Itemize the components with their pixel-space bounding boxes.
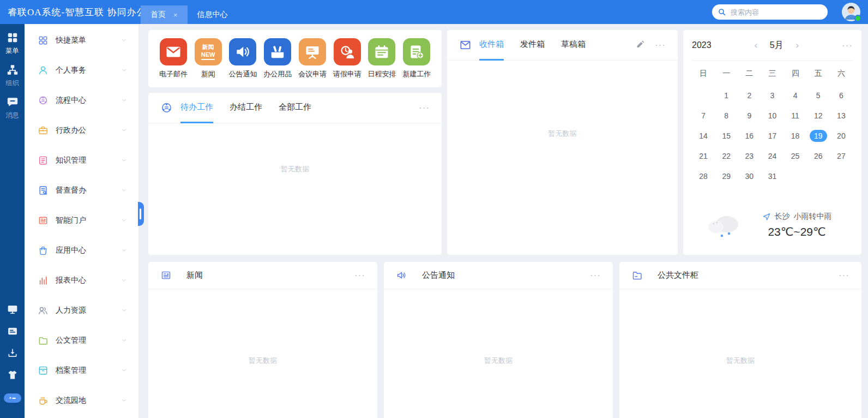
work-card: 待办工作办结工作全部工作 ··· 暂无数据: [148, 93, 442, 255]
calendar-day-19[interactable]: 19: [807, 130, 830, 142]
sidebar-item-档案管理[interactable]: 档案管理: [25, 355, 138, 385]
more-icon[interactable]: ···: [419, 103, 430, 112]
panel-公共文件柜: 公共文件柜···暂无数据: [619, 262, 861, 418]
quick-app-会议申请[interactable]: 会议申请: [295, 38, 330, 79]
sidebar-item-报表中心[interactable]: 报表中心: [25, 265, 138, 295]
chevron-down-icon: [120, 397, 128, 404]
presentation-icon: [299, 38, 326, 65]
more-icon[interactable]: ···: [842, 41, 853, 50]
prev-month-icon[interactable]: ‹: [754, 40, 758, 50]
calendar-day-8[interactable]: 8: [715, 110, 738, 122]
quick-apps-card: 电子邮件新闻NEW新闻公告通知办公用品会议申请请假申请日程安排新建工作: [148, 30, 442, 87]
sidebar-item-行政办公[interactable]: 行政办公: [25, 115, 138, 145]
calendar-day-12[interactable]: 12: [807, 110, 830, 122]
calendar-day-29[interactable]: 29: [715, 170, 738, 182]
calendar-day-6[interactable]: 6: [830, 89, 853, 101]
more-icon[interactable]: ···: [839, 271, 849, 280]
calendar-day-13[interactable]: 13: [830, 110, 853, 122]
calendar-day-17[interactable]: 17: [761, 130, 783, 142]
rail-item-组织[interactable]: 组织: [6, 64, 19, 88]
sidebar-item-公文管理[interactable]: 公文管理: [25, 325, 138, 355]
calendar-day-23[interactable]: 23: [738, 150, 761, 162]
quick-app-新闻[interactable]: 新闻NEW新闻: [191, 38, 226, 79]
sidebar-item-应用中心[interactable]: 应用中心: [25, 235, 138, 265]
folder-icon: [38, 335, 49, 346]
calendar-day-18[interactable]: 18: [784, 130, 807, 142]
calendar-day-26[interactable]: 26: [807, 150, 830, 162]
chevron-down-icon: [120, 247, 128, 254]
calendar-day-7[interactable]: 7: [692, 110, 715, 122]
chevron-down-icon: [120, 67, 128, 74]
calendar-day-20[interactable]: 20: [830, 130, 853, 142]
sidebar-collapse-handle[interactable]: [138, 202, 144, 226]
calendar-day-empty: [830, 172, 853, 181]
compose-pencil-icon[interactable]: [636, 40, 645, 50]
sidebar-item-人力资源[interactable]: 人力资源: [25, 295, 138, 325]
sidebar-item-督查督办[interactable]: 督查督办: [25, 175, 138, 205]
calendar-weekdays: 日一二三四五六: [692, 62, 853, 85]
close-icon[interactable]: ×: [173, 11, 178, 19]
avatar[interactable]: [842, 3, 860, 21]
mail-icon: [459, 39, 472, 51]
sidebar-item-流程中心[interactable]: 流程中心: [25, 85, 138, 115]
calendar-card: 2023 ‹ 5月 › ··· 日一二三四五六 1234567891011121…: [683, 30, 861, 255]
calendar-day-30[interactable]: 30: [738, 170, 761, 182]
calendar-day-28[interactable]: 28: [692, 170, 715, 182]
tab-草稿箱[interactable]: 草稿箱: [561, 30, 586, 61]
quick-app-电子邮件[interactable]: 电子邮件: [156, 38, 191, 79]
card-icon[interactable]: [7, 326, 18, 337]
calendar-day-16[interactable]: 16: [738, 130, 761, 142]
quick-app-办公用品[interactable]: 办公用品: [260, 38, 295, 79]
tab-办结工作[interactable]: 办结工作: [230, 93, 262, 123]
calendar-day-22[interactable]: 22: [715, 150, 738, 162]
tab-发件箱[interactable]: 发件箱: [520, 30, 545, 61]
tab-信息中心[interactable]: 信息中心: [188, 5, 238, 24]
more-icon[interactable]: ···: [655, 40, 666, 50]
tab-待办工作[interactable]: 待办工作: [180, 93, 213, 123]
more-icon[interactable]: ···: [354, 271, 365, 280]
calendar-day-27[interactable]: 27: [830, 150, 853, 162]
rail-item-菜单[interactable]: 菜单: [6, 32, 19, 56]
sidebar-item-智能门户[interactable]: 智能门户: [25, 205, 138, 235]
calendar-day-25[interactable]: 25: [784, 150, 807, 162]
more-icon[interactable]: ···: [590, 271, 601, 280]
calendar-day-2[interactable]: 2: [738, 89, 761, 101]
calendar-day-9[interactable]: 9: [738, 110, 761, 122]
calendar-day-4[interactable]: 4: [784, 89, 807, 101]
new-task-icon: [403, 38, 430, 65]
tab-收件箱[interactable]: 收件箱: [479, 30, 504, 61]
shirt-icon[interactable]: [7, 369, 18, 380]
sidebar-item-label: 智能门户: [56, 216, 86, 225]
calendar-day-14[interactable]: 14: [692, 130, 715, 142]
calendar-day-1[interactable]: 1: [715, 89, 738, 101]
tab-全部工作[interactable]: 全部工作: [279, 93, 311, 123]
quick-app-请假申请[interactable]: 请假申请: [330, 38, 365, 79]
mail-card: 收件箱发件箱草稿箱 ··· 暂无数据: [447, 30, 678, 255]
search-box[interactable]: [712, 4, 828, 20]
calendar-day-24[interactable]: 24: [761, 150, 783, 162]
calendar-day-3[interactable]: 3: [761, 89, 783, 101]
tab-首页[interactable]: 首页×: [141, 5, 188, 24]
weather-widget: 长沙 小雨转中雨 23℃~29℃: [692, 202, 853, 247]
sidebar-item-知识管理[interactable]: 知识管理: [25, 145, 138, 175]
calendar-day-11[interactable]: 11: [784, 110, 807, 122]
calendar-day-21[interactable]: 21: [692, 150, 715, 162]
sidebar-item-label: 档案管理: [56, 366, 86, 375]
sidebar-item-交流园地[interactable]: 交流园地: [25, 385, 138, 415]
next-month-icon[interactable]: ›: [795, 40, 799, 50]
sidebar-item-label: 交流园地: [56, 396, 86, 405]
search-input[interactable]: [731, 8, 818, 16]
calendar-day-15[interactable]: 15: [715, 130, 738, 142]
monitor-icon[interactable]: [7, 304, 18, 315]
download-icon[interactable]: [7, 348, 18, 359]
quick-app-公告通知[interactable]: 公告通知: [226, 38, 261, 79]
quick-app-日程安排[interactable]: 日程安排: [365, 38, 400, 79]
sidebar-item-快捷菜单[interactable]: 快捷菜单: [25, 25, 138, 55]
calendar-day-31[interactable]: 31: [761, 170, 783, 182]
calendar-day-10[interactable]: 10: [761, 110, 783, 122]
rail-item-消息[interactable]: 消息: [6, 96, 19, 120]
calendar-day-5[interactable]: 5: [807, 89, 830, 101]
quick-app-新建工作[interactable]: 新建工作: [399, 38, 434, 79]
sidebar-item-个人事务[interactable]: 个人事务: [25, 55, 138, 85]
rail-toggle-button[interactable]: [4, 393, 21, 403]
